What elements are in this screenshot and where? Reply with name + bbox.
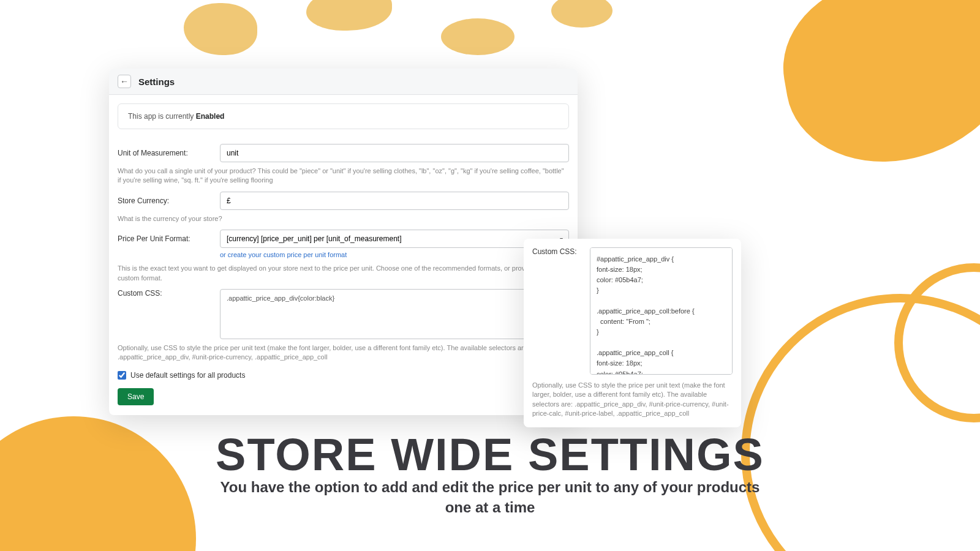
unit-label: Unit of Measurement: [118,149,213,157]
save-button[interactable]: Save [118,388,154,405]
overlay-css-help: Optionally, use CSS to style the price p… [532,381,733,419]
field-currency: Store Currency: What is the currency of … [118,192,569,223]
panel-header: ← Settings [109,69,578,95]
overlay-css-textarea[interactable] [590,247,733,375]
back-button[interactable]: ← [118,75,131,88]
overlay-css-label: Custom CSS: [532,247,582,256]
arrow-left-icon: ← [120,77,129,86]
customcss-textarea[interactable] [220,289,569,339]
panel-body: Unit of Measurement: What do you call a … [109,135,578,415]
currency-input[interactable] [220,192,569,210]
unit-help: What do you call a single unit of your p… [118,167,569,186]
field-format: Price Per Unit Format: or create your cu… [118,230,569,283]
status-value: Enabled [196,112,225,121]
format-select[interactable] [220,230,569,248]
customcss-label: Custom CSS: [118,289,213,298]
marketing-subhead: You have the option to add and edit the … [214,478,766,517]
format-help: This is the exact text you want to get d… [118,264,569,283]
unit-input[interactable] [220,144,569,162]
marketing-headline: STORE WIDE SETTINGS [216,429,764,481]
settings-panel: ← Settings This app is currently Enabled… [109,69,578,415]
default-settings-input[interactable] [118,371,126,380]
default-settings-label: Use default settings for all products [130,371,245,380]
format-label: Price Per Unit Format: [118,234,213,243]
field-unit: Unit of Measurement: What do you call a … [118,144,569,186]
status-strip: This app is currently Enabled [118,103,569,129]
currency-label: Store Currency: [118,197,213,205]
customcss-help: Optionally, use CSS to style the price p… [118,343,569,362]
currency-help: What is the currency of your store? [118,214,569,223]
custom-format-link[interactable]: or create your custom price per unit for… [220,251,347,258]
status-prefix: This app is currently [128,112,196,121]
field-customcss: Custom CSS: Optionally, use CSS to style… [118,289,569,362]
page-title: Settings [138,77,175,87]
format-selected[interactable] [220,230,569,248]
default-settings-checkbox[interactable]: Use default settings for all products [118,371,569,380]
customcss-overlay-panel: Custom CSS: Optionally, use CSS to style… [524,239,741,427]
